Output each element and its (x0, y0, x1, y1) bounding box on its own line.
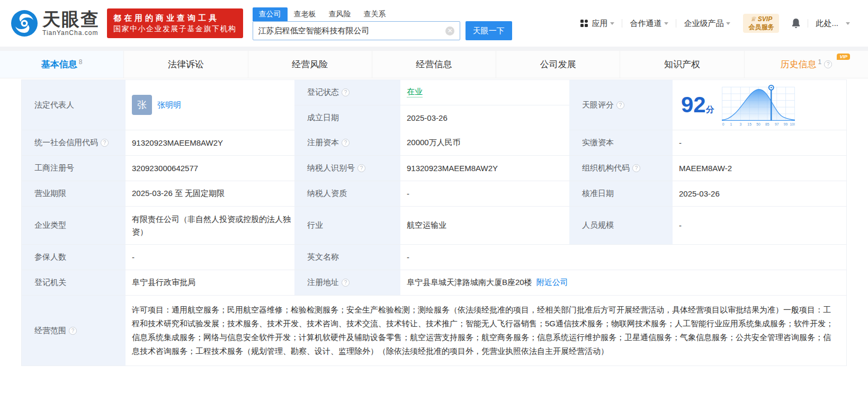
tab-company-development[interactable]: 公司发展 (496, 51, 620, 78)
search-tabs: 查公司 查老板 查风险 查关系 (253, 6, 512, 21)
search-tab-relation[interactable]: 查关系 (357, 7, 392, 21)
search-button[interactable]: 天眼一下 (466, 21, 512, 40)
help-icon[interactable]: ? (342, 139, 350, 147)
notification-bell[interactable] (784, 17, 808, 29)
field-value: 320923000642577 (132, 164, 198, 173)
tab-label: 法律诉讼 (168, 58, 204, 70)
svg-text:0: 0 (722, 122, 724, 126)
avatar: 张 (132, 95, 152, 115)
svg-text:1: 1 (730, 122, 732, 126)
search-tab-boss[interactable]: 查老板 (288, 7, 323, 21)
table-row: 参保人数 - 英文名称 - (22, 245, 846, 270)
promo-banner: 都在用的商业查询工具 国家中小企业发展子基金旗下机构 (107, 8, 243, 38)
clear-icon[interactable]: ✕ (445, 26, 454, 35)
svg-text:99: 99 (783, 122, 788, 126)
middle-stack: 登记状态 ? 在业 成立日期 2025-03-26 (294, 80, 569, 130)
legal-rep-label-cell: 法定代表人 (22, 80, 126, 130)
field-label: 英文名称 (307, 252, 339, 262)
help-icon[interactable]: ? (632, 164, 640, 172)
nav-apps[interactable]: 应用 (572, 19, 622, 29)
table-row: 工商注册号 320923000642577 纳税人识别号? 91320923MA… (22, 156, 846, 181)
tab-legal-litigation[interactable]: 法律诉讼 (124, 51, 248, 78)
field-label: 法定代表人 (34, 100, 74, 110)
banner-line1: 都在用的商业查询工具 (113, 13, 237, 23)
field-value: 航空运输业 (407, 220, 446, 230)
field-label: 统一社会信用代码 (34, 138, 98, 148)
field-value: - (407, 253, 409, 262)
tianyancha-logo[interactable]: 天眼查 TianYanCha.com (11, 10, 100, 37)
field-label: 登记机关 (34, 278, 66, 288)
help-icon[interactable]: ? (342, 279, 350, 287)
field-value: 20000万人民币 (407, 138, 461, 148)
field-label: 参保人数 (34, 252, 66, 262)
table-row: 企业类型 有限责任公司（非自然人投资或控股的法人独资） 行业 航空运输业 人员规… (22, 207, 846, 245)
reg-status-value-cell: 在业 (400, 80, 569, 105)
field-value: 阜宁县行政审批局 (132, 278, 195, 288)
help-icon[interactable]: ? (101, 139, 109, 147)
field-label: 工商注册号 (34, 163, 74, 173)
field-label: 注册地址 (307, 278, 339, 288)
field-label: 组织机构代码 (582, 163, 630, 173)
svg-text:85: 85 (765, 122, 769, 126)
score-distribution-chart: 0 1 3 15 50 85 97 99 100 (722, 84, 795, 126)
legal-rep-name-link[interactable]: 张明明 (157, 100, 181, 110)
tab-count: 1 (818, 58, 821, 66)
field-label: 登记状态 (307, 87, 339, 97)
nav-partner[interactable]: 合作通道 (622, 19, 676, 29)
tab-basic-info[interactable]: 基本信息 8 (0, 51, 124, 78)
help-icon[interactable]: ? (357, 164, 365, 172)
field-label: 纳税人识别号 (307, 163, 355, 173)
nearby-companies-link[interactable]: 附近公司 (536, 278, 568, 288)
tab-label: 知识产权 (664, 58, 700, 70)
tab-history-info[interactable]: VIP 历史信息 1 ? (745, 51, 868, 78)
section-tabbar: 基本信息 8 法律诉讼 经营风险 经营信息 公司发展 知识产权 VIP 历史信息… (0, 51, 868, 78)
field-label: 注册资本 (307, 138, 339, 148)
tab-operation-info[interactable]: 经营信息 (372, 51, 496, 78)
help-icon[interactable]: ? (69, 327, 77, 335)
search-tab-company[interactable]: 查公司 (253, 7, 288, 21)
nav-enterprise-label: 企业级产品 (684, 19, 723, 29)
table-row: 登记机关 阜宁县行政审批局 注册地址? 阜宁县阜城天津路城南大厦B座20楼 附近… (22, 270, 846, 296)
bell-icon (791, 17, 801, 29)
field-value: 2025-03-26 至 无固定期限 (132, 189, 225, 199)
tab-count: 8 (79, 58, 83, 66)
header-divider (0, 47, 868, 51)
tab-intellectual-property[interactable]: 知识产权 (620, 51, 744, 78)
svg-text:3: 3 (739, 122, 741, 126)
table-row: 经营范围 ? 许可项目：通用航空服务；民用航空器维修；检验检测服务；安全生产检验… (22, 296, 846, 366)
table-row: 营业期限 2025-03-26 至 无固定期限 纳税人资质 - 核准日期 202… (22, 181, 846, 207)
nav-enterprise[interactable]: 企业级产品 (676, 19, 738, 29)
field-label: 人员规模 (582, 220, 614, 230)
score-number: 92 (681, 92, 706, 117)
status-badge[interactable]: 在业 (407, 87, 423, 97)
tab-operation-risk[interactable]: 经营风险 (248, 51, 372, 78)
svip-label: 会员服务 (748, 23, 774, 31)
help-icon[interactable]: ? (616, 101, 624, 109)
field-label: 纳税人资质 (307, 189, 347, 199)
nav-account[interactable]: 此处... (808, 19, 857, 29)
score-label-cell: 天眼评分 ? (569, 80, 673, 130)
help-icon[interactable]: ? (342, 88, 350, 96)
logo-swirl-icon (11, 10, 38, 37)
field-value: - (132, 253, 135, 262)
search-tab-risk[interactable]: 查风险 (323, 7, 357, 21)
reg-status-label-cell: 登记状态 ? (294, 80, 400, 105)
apps-grid-icon (580, 19, 588, 28)
svg-text:100: 100 (790, 122, 794, 126)
help-icon[interactable]: ? (824, 60, 832, 68)
vip-badge: VIP (837, 54, 850, 60)
business-scope-cell: 许可项目：通用航空服务；民用航空器维修；检验检测服务；安全生产检验检测；测绘服务… (126, 296, 846, 366)
svip-member-badge[interactable]: ♕ SVIP 会员服务 (743, 14, 779, 33)
scope-label-cell: 经营范围 ? (22, 296, 126, 366)
top-header: 天眼查 TianYanCha.com 都在用的商业查询工具 国家中小企业发展子基… (0, 0, 868, 47)
score-axis-labels: 0 1 3 15 50 85 97 99 100 (722, 122, 794, 126)
tab-label: 经营风险 (292, 58, 328, 70)
svg-text:15: 15 (747, 122, 751, 126)
search-input[interactable] (253, 26, 446, 35)
tab-label: 公司发展 (540, 58, 576, 70)
svg-text:50: 50 (756, 122, 760, 126)
field-value: 91320923MAEEM8AW2Y (407, 164, 498, 173)
search-area: 查公司 查老板 查风险 查关系 ✕ 天眼一下 (253, 6, 512, 40)
logo-domain-text: TianYanCha.com (42, 29, 100, 37)
table-row: 法定代表人 张 张明明 登记状态 ? 在业 成立日期 (22, 80, 846, 130)
